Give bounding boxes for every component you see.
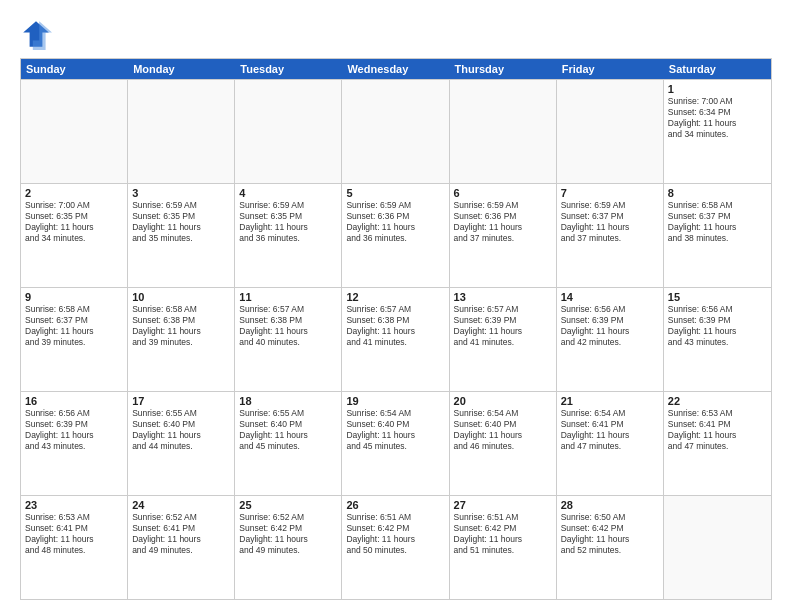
day-number: 2 — [25, 187, 123, 199]
day-number: 13 — [454, 291, 552, 303]
calendar: SundayMondayTuesdayWednesdayThursdayFrid… — [20, 58, 772, 600]
day-info: Sunrise: 6:52 AM Sunset: 6:41 PM Dayligh… — [132, 512, 230, 556]
day-number: 27 — [454, 499, 552, 511]
day-number: 18 — [239, 395, 337, 407]
day-number: 19 — [346, 395, 444, 407]
day-info: Sunrise: 7:00 AM Sunset: 6:34 PM Dayligh… — [668, 96, 767, 140]
day-number: 23 — [25, 499, 123, 511]
day-cell-13: 13Sunrise: 6:57 AM Sunset: 6:39 PM Dayli… — [450, 288, 557, 391]
day-info: Sunrise: 6:59 AM Sunset: 6:37 PM Dayligh… — [561, 200, 659, 244]
day-number: 21 — [561, 395, 659, 407]
day-number: 8 — [668, 187, 767, 199]
day-number: 15 — [668, 291, 767, 303]
day-cell-27: 27Sunrise: 6:51 AM Sunset: 6:42 PM Dayli… — [450, 496, 557, 599]
day-info: Sunrise: 6:50 AM Sunset: 6:42 PM Dayligh… — [561, 512, 659, 556]
day-cell-24: 24Sunrise: 6:52 AM Sunset: 6:41 PM Dayli… — [128, 496, 235, 599]
day-number: 4 — [239, 187, 337, 199]
day-cell-1: 1Sunrise: 7:00 AM Sunset: 6:34 PM Daylig… — [664, 80, 771, 183]
day-info: Sunrise: 6:56 AM Sunset: 6:39 PM Dayligh… — [25, 408, 123, 452]
day-info: Sunrise: 6:52 AM Sunset: 6:42 PM Dayligh… — [239, 512, 337, 556]
day-cell-15: 15Sunrise: 6:56 AM Sunset: 6:39 PM Dayli… — [664, 288, 771, 391]
header — [20, 18, 772, 50]
week-row-0: 1Sunrise: 7:00 AM Sunset: 6:34 PM Daylig… — [21, 79, 771, 183]
day-info: Sunrise: 6:58 AM Sunset: 6:37 PM Dayligh… — [25, 304, 123, 348]
day-info: Sunrise: 6:59 AM Sunset: 6:35 PM Dayligh… — [132, 200, 230, 244]
day-number: 28 — [561, 499, 659, 511]
day-cell-26: 26Sunrise: 6:51 AM Sunset: 6:42 PM Dayli… — [342, 496, 449, 599]
day-info: Sunrise: 6:57 AM Sunset: 6:39 PM Dayligh… — [454, 304, 552, 348]
day-number: 6 — [454, 187, 552, 199]
empty-cell-0-5 — [557, 80, 664, 183]
week-row-4: 23Sunrise: 6:53 AM Sunset: 6:41 PM Dayli… — [21, 495, 771, 599]
day-info: Sunrise: 6:58 AM Sunset: 6:37 PM Dayligh… — [668, 200, 767, 244]
empty-cell-0-3 — [342, 80, 449, 183]
day-info: Sunrise: 6:55 AM Sunset: 6:40 PM Dayligh… — [132, 408, 230, 452]
calendar-header: SundayMondayTuesdayWednesdayThursdayFrid… — [21, 59, 771, 79]
day-info: Sunrise: 6:51 AM Sunset: 6:42 PM Dayligh… — [346, 512, 444, 556]
day-cell-19: 19Sunrise: 6:54 AM Sunset: 6:40 PM Dayli… — [342, 392, 449, 495]
day-number: 17 — [132, 395, 230, 407]
day-info: Sunrise: 6:55 AM Sunset: 6:40 PM Dayligh… — [239, 408, 337, 452]
day-number: 24 — [132, 499, 230, 511]
week-row-3: 16Sunrise: 6:56 AM Sunset: 6:39 PM Dayli… — [21, 391, 771, 495]
day-number: 25 — [239, 499, 337, 511]
day-info: Sunrise: 6:54 AM Sunset: 6:41 PM Dayligh… — [561, 408, 659, 452]
day-number: 7 — [561, 187, 659, 199]
day-cell-10: 10Sunrise: 6:58 AM Sunset: 6:38 PM Dayli… — [128, 288, 235, 391]
empty-cell-0-0 — [21, 80, 128, 183]
day-cell-28: 28Sunrise: 6:50 AM Sunset: 6:42 PM Dayli… — [557, 496, 664, 599]
day-cell-11: 11Sunrise: 6:57 AM Sunset: 6:38 PM Dayli… — [235, 288, 342, 391]
day-number: 26 — [346, 499, 444, 511]
day-info: Sunrise: 7:00 AM Sunset: 6:35 PM Dayligh… — [25, 200, 123, 244]
header-day-monday: Monday — [128, 59, 235, 79]
page: SundayMondayTuesdayWednesdayThursdayFrid… — [0, 0, 792, 612]
header-day-tuesday: Tuesday — [235, 59, 342, 79]
header-day-thursday: Thursday — [450, 59, 557, 79]
header-day-saturday: Saturday — [664, 59, 771, 79]
empty-cell-0-4 — [450, 80, 557, 183]
day-number: 5 — [346, 187, 444, 199]
day-number: 14 — [561, 291, 659, 303]
day-number: 11 — [239, 291, 337, 303]
empty-cell-4-6 — [664, 496, 771, 599]
day-cell-17: 17Sunrise: 6:55 AM Sunset: 6:40 PM Dayli… — [128, 392, 235, 495]
day-info: Sunrise: 6:54 AM Sunset: 6:40 PM Dayligh… — [454, 408, 552, 452]
day-cell-8: 8Sunrise: 6:58 AM Sunset: 6:37 PM Daylig… — [664, 184, 771, 287]
day-info: Sunrise: 6:59 AM Sunset: 6:36 PM Dayligh… — [346, 200, 444, 244]
day-info: Sunrise: 6:56 AM Sunset: 6:39 PM Dayligh… — [561, 304, 659, 348]
day-info: Sunrise: 6:59 AM Sunset: 6:35 PM Dayligh… — [239, 200, 337, 244]
day-cell-18: 18Sunrise: 6:55 AM Sunset: 6:40 PM Dayli… — [235, 392, 342, 495]
header-day-friday: Friday — [557, 59, 664, 79]
day-number: 1 — [668, 83, 767, 95]
day-cell-7: 7Sunrise: 6:59 AM Sunset: 6:37 PM Daylig… — [557, 184, 664, 287]
day-cell-16: 16Sunrise: 6:56 AM Sunset: 6:39 PM Dayli… — [21, 392, 128, 495]
day-info: Sunrise: 6:51 AM Sunset: 6:42 PM Dayligh… — [454, 512, 552, 556]
day-cell-6: 6Sunrise: 6:59 AM Sunset: 6:36 PM Daylig… — [450, 184, 557, 287]
day-cell-20: 20Sunrise: 6:54 AM Sunset: 6:40 PM Dayli… — [450, 392, 557, 495]
day-info: Sunrise: 6:53 AM Sunset: 6:41 PM Dayligh… — [668, 408, 767, 452]
day-number: 20 — [454, 395, 552, 407]
calendar-body: 1Sunrise: 7:00 AM Sunset: 6:34 PM Daylig… — [21, 79, 771, 599]
day-cell-23: 23Sunrise: 6:53 AM Sunset: 6:41 PM Dayli… — [21, 496, 128, 599]
day-cell-3: 3Sunrise: 6:59 AM Sunset: 6:35 PM Daylig… — [128, 184, 235, 287]
header-day-sunday: Sunday — [21, 59, 128, 79]
empty-cell-0-1 — [128, 80, 235, 183]
day-number: 10 — [132, 291, 230, 303]
week-row-1: 2Sunrise: 7:00 AM Sunset: 6:35 PM Daylig… — [21, 183, 771, 287]
day-info: Sunrise: 6:59 AM Sunset: 6:36 PM Dayligh… — [454, 200, 552, 244]
day-cell-14: 14Sunrise: 6:56 AM Sunset: 6:39 PM Dayli… — [557, 288, 664, 391]
logo — [20, 18, 56, 50]
day-number: 12 — [346, 291, 444, 303]
day-cell-2: 2Sunrise: 7:00 AM Sunset: 6:35 PM Daylig… — [21, 184, 128, 287]
day-number: 9 — [25, 291, 123, 303]
day-info: Sunrise: 6:58 AM Sunset: 6:38 PM Dayligh… — [132, 304, 230, 348]
day-number: 22 — [668, 395, 767, 407]
day-info: Sunrise: 6:57 AM Sunset: 6:38 PM Dayligh… — [239, 304, 337, 348]
day-number: 16 — [25, 395, 123, 407]
day-cell-12: 12Sunrise: 6:57 AM Sunset: 6:38 PM Dayli… — [342, 288, 449, 391]
header-day-wednesday: Wednesday — [342, 59, 449, 79]
day-cell-25: 25Sunrise: 6:52 AM Sunset: 6:42 PM Dayli… — [235, 496, 342, 599]
day-info: Sunrise: 6:57 AM Sunset: 6:38 PM Dayligh… — [346, 304, 444, 348]
day-info: Sunrise: 6:53 AM Sunset: 6:41 PM Dayligh… — [25, 512, 123, 556]
week-row-2: 9Sunrise: 6:58 AM Sunset: 6:37 PM Daylig… — [21, 287, 771, 391]
